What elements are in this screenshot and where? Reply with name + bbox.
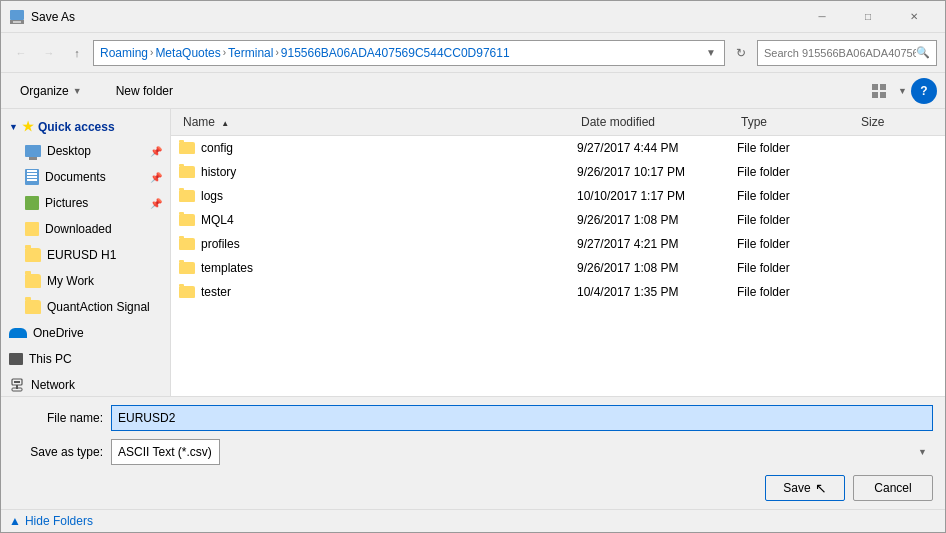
onedrive-icon [9, 328, 27, 338]
table-row[interactable]: profiles 9/27/2017 4:21 PM File folder [171, 232, 945, 256]
file-type: File folder [737, 213, 857, 227]
sidebar-item-network[interactable]: Network [1, 372, 170, 396]
cancel-button[interactable]: Cancel [853, 475, 933, 501]
search-icon: 🔍 [916, 46, 930, 59]
table-row[interactable]: logs 10/10/2017 1:17 PM File folder [171, 184, 945, 208]
folder-icon [179, 238, 195, 250]
file-name: logs [201, 189, 223, 203]
file-date: 9/26/2017 1:08 PM [577, 261, 737, 275]
file-date: 9/27/2017 4:44 PM [577, 141, 737, 155]
forward-button[interactable]: → [37, 41, 61, 65]
cursor-indicator: ↖ [815, 480, 827, 496]
folder-icon [179, 262, 195, 274]
savetype-select[interactable]: ASCII Text (*.csv) [111, 439, 220, 465]
desktop-icon [25, 145, 41, 157]
table-row[interactable]: templates 9/26/2017 1:08 PM File folder [171, 256, 945, 280]
back-button[interactable]: ← [9, 41, 33, 65]
save-label: Save [783, 481, 810, 495]
cancel-label: Cancel [874, 481, 911, 495]
file-type: File folder [737, 285, 857, 299]
search-box: 🔍 [757, 40, 937, 66]
sidebar-item-label: Pictures [45, 196, 88, 210]
table-row[interactable]: config 9/27/2017 4:44 PM File folder [171, 136, 945, 160]
pin-icon: 📌 [150, 172, 162, 183]
address-box[interactable]: Roaming › MetaQuotes › Terminal › 915566… [93, 40, 725, 66]
filename-input[interactable] [111, 405, 933, 431]
addressbar: ← → ↑ Roaming › MetaQuotes › Terminal › … [1, 33, 945, 73]
sidebar-item-eurusd[interactable]: EURUSD H1 [1, 242, 170, 268]
main-area: ▼ ★ Quick access Desktop 📌 Documents 📌 P… [1, 109, 945, 396]
file-name: MQL4 [201, 213, 234, 227]
pictures-icon [25, 196, 39, 210]
titlebar: Save As ─ □ ✕ [1, 1, 945, 33]
view-button[interactable] [866, 78, 894, 104]
help-button[interactable]: ? [911, 78, 937, 104]
downloaded-icon [25, 222, 39, 236]
sidebar-item-desktop[interactable]: Desktop 📌 [1, 138, 170, 164]
sidebar-item-pictures[interactable]: Pictures 📌 [1, 190, 170, 216]
file-list-header: Name ▲ Date modified Type Size [171, 109, 945, 136]
col-name[interactable]: Name ▲ [179, 113, 577, 131]
breadcrumb-hash[interactable]: 915566BA06ADA407569C544CC0D97611 [281, 46, 510, 60]
svg-rect-5 [872, 92, 878, 98]
search-input[interactable] [764, 47, 916, 59]
sidebar-item-label: EURUSD H1 [47, 248, 116, 262]
svg-rect-6 [880, 92, 886, 98]
breadcrumb-terminal[interactable]: Terminal [228, 46, 273, 60]
col-type[interactable]: Type [737, 113, 857, 131]
col-date[interactable]: Date modified [577, 113, 737, 131]
sidebar-item-quantaction[interactable]: QuantAction Signal [1, 294, 170, 320]
table-row[interactable]: history 9/26/2017 10:17 PM File folder [171, 160, 945, 184]
breadcrumb-metaquotes[interactable]: MetaQuotes [155, 46, 220, 60]
file-date: 10/4/2017 1:35 PM [577, 285, 737, 299]
file-type: File folder [737, 237, 857, 251]
folder-icon [179, 214, 195, 226]
folder-icon [25, 300, 41, 314]
titlebar-icon [9, 9, 25, 25]
file-type: File folder [737, 165, 857, 179]
svg-rect-2 [13, 21, 21, 23]
file-list-body: config 9/27/2017 4:44 PM File folder his… [171, 136, 945, 396]
svg-rect-0 [10, 10, 24, 20]
file-date: 10/10/2017 1:17 PM [577, 189, 737, 203]
file-type: File folder [737, 141, 857, 155]
sidebar-item-onedrive[interactable]: OneDrive [1, 320, 170, 346]
network-icon [9, 378, 25, 392]
minimize-button[interactable]: ─ [799, 1, 845, 33]
collapse-icon: ▲ [9, 514, 21, 528]
col-size[interactable]: Size [857, 113, 937, 131]
table-row[interactable]: MQL4 9/26/2017 1:08 PM File folder [171, 208, 945, 232]
file-type: File folder [737, 261, 857, 275]
address-dropdown-button[interactable]: ▼ [704, 45, 718, 60]
bottom-area: File name: Save as type: ASCII Text (*.c… [1, 396, 945, 509]
hide-folders-label: Hide Folders [25, 514, 93, 528]
sidebar-item-mywork[interactable]: My Work [1, 268, 170, 294]
refresh-button[interactable]: ↻ [729, 40, 753, 66]
titlebar-title: Save As [31, 10, 799, 24]
sidebar-item-label: My Work [47, 274, 94, 288]
pin-icon: 📌 [150, 146, 162, 157]
sidebar-item-label: OneDrive [33, 326, 84, 340]
view-dropdown-icon[interactable]: ▼ [898, 86, 907, 96]
maximize-button[interactable]: □ [845, 1, 891, 33]
folder-icon [179, 286, 195, 298]
organize-button[interactable]: Organize ▼ [9, 77, 93, 105]
save-button[interactable]: Save ↖ [765, 475, 845, 501]
hide-folders-button[interactable]: ▲ Hide Folders [1, 509, 945, 532]
table-row[interactable]: tester 10/4/2017 1:35 PM File folder [171, 280, 945, 304]
filename-label: File name: [13, 411, 103, 425]
sidebar-item-downloaded[interactable]: Downloaded [1, 216, 170, 242]
sidebar: ▼ ★ Quick access Desktop 📌 Documents 📌 P… [1, 109, 171, 396]
quick-access-star: ★ [22, 119, 34, 134]
sidebar-item-documents[interactable]: Documents 📌 [1, 164, 170, 190]
new-folder-button[interactable]: New folder [105, 77, 184, 105]
file-name: history [201, 165, 236, 179]
quick-access-header[interactable]: ▼ ★ Quick access [1, 113, 170, 138]
breadcrumb-roaming[interactable]: Roaming [100, 46, 148, 60]
close-button[interactable]: ✕ [891, 1, 937, 33]
sidebar-item-thispc[interactable]: This PC [1, 346, 170, 372]
filename-row: File name: [13, 405, 933, 431]
toolbar-right: ▼ ? [866, 78, 937, 104]
up-button[interactable]: ↑ [65, 41, 89, 65]
folder-icon [25, 274, 41, 288]
